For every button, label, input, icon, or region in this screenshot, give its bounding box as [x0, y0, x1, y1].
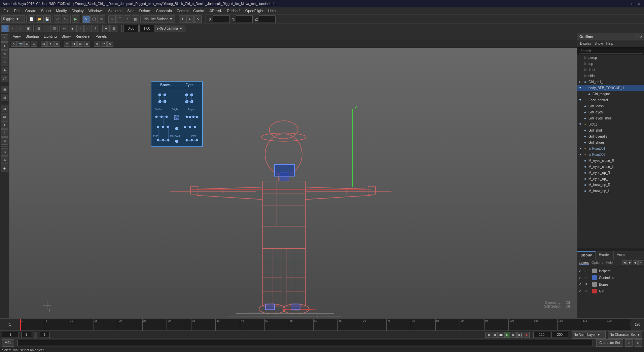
vt-texture[interactable]: ⊛ [54, 41, 60, 47]
vt-grid[interactable]: ⊞ [77, 41, 83, 47]
scale-tool-side[interactable]: ⤡ [1, 59, 8, 66]
outliner-menu-display[interactable]: Display [579, 41, 593, 46]
tab-display[interactable]: Display [577, 251, 596, 259]
vp-menu-shading[interactable]: Shading [24, 34, 41, 39]
paint-select-btn[interactable]: ✏ [98, 15, 105, 23]
play-fwd-btn[interactable]: ▶ [504, 332, 510, 338]
vt-cam[interactable]: 📷 [17, 41, 24, 47]
tree-item-m-eyes-up-r[interactable]: ◆ M_eyes_up_R [577, 170, 644, 176]
lower-tab-options[interactable]: Options [592, 261, 603, 265]
no-live-surface-btn[interactable]: No Live Surface ▼ [142, 15, 175, 23]
select-tool-btn[interactable]: ↖ [82, 15, 90, 23]
tree-item-point002[interactable]: ▼ + ⊕ Point002 [577, 151, 644, 157]
vp-menu-view[interactable]: View [11, 34, 23, 39]
y-input[interactable] [236, 15, 253, 23]
menu-control[interactable]: Control [175, 8, 190, 13]
menu-create[interactable]: Create [23, 8, 38, 13]
menu-constrain[interactable]: Constrain [154, 8, 174, 13]
tree-item-top[interactable]: 🎥 top [577, 61, 644, 67]
tree-item-girl-shoes[interactable]: ◆ Girl_shoes [577, 139, 644, 145]
vt-iso[interactable]: ⊞ [24, 41, 30, 47]
tree-item-m-brow-up-r[interactable]: ◆ M_brow_up_R [577, 182, 644, 188]
vp-menu-renderer[interactable]: Renderer [73, 34, 93, 39]
layer-fwd-btn[interactable]: ▶ [628, 260, 632, 265]
tree-item-side[interactable]: 🎥 side [577, 73, 644, 79]
vp-menu-lighting[interactable]: Lighting [42, 34, 59, 39]
viewport[interactable]: View Shading Lighting Show Renderer Pane… [9, 33, 577, 318]
helpers-p[interactable]: P [585, 269, 590, 273]
menu-select[interactable]: Select [39, 8, 53, 13]
lower-tab-help[interactable]: Help [606, 261, 613, 265]
soft-mod-tool[interactable]: ◯ [1, 75, 8, 82]
current-frame-input[interactable]: 1 [2, 332, 19, 338]
select-edge-btn[interactable]: — [17, 25, 24, 32]
goto-end-btn[interactable]: ▶| [517, 332, 523, 338]
rotate-tool-side[interactable]: ↻ [1, 50, 8, 58]
step-back-btn[interactable]: ◀ [492, 332, 498, 338]
char-set-icon1[interactable]: ◁ [625, 339, 633, 347]
lower-tab-layers[interactable]: Layers [579, 261, 589, 265]
controllers-v[interactable]: V [579, 276, 583, 279]
constraint-btn[interactable]: ⊗ [1, 156, 8, 164]
layer-add-btn[interactable]: + [638, 260, 643, 265]
tree-item-m-eyes-up-l[interactable]: ◆ M_eyes_up_L [577, 176, 644, 182]
step-fwd-btn[interactable]: ▶ [511, 332, 517, 338]
auto-key-btn[interactable]: ⏺ [524, 332, 530, 338]
save-btn[interactable]: 💾 [43, 15, 51, 23]
helpers-v[interactable]: V [579, 269, 583, 273]
menu-skin[interactable]: Skin [125, 8, 136, 13]
menu-edit[interactable]: Edit [12, 8, 23, 13]
select-tool-side[interactable]: ↖ [1, 34, 8, 42]
menu-cache[interactable]: Cache [191, 8, 206, 13]
vt-wireframe[interactable]: ⊡ [41, 41, 47, 47]
open-btn[interactable]: 📂 [36, 15, 43, 23]
outliner-close[interactable]: × [640, 35, 642, 39]
girl-v[interactable]: V [579, 289, 583, 293]
new-scene-btn[interactable]: 📄 [28, 15, 35, 23]
tree-item-m-eyes-close-r[interactable]: ◆ M_eyes_close_R [577, 157, 644, 164]
menu-modify[interactable]: Modify [54, 8, 69, 13]
redo-btn[interactable]: ↪ [62, 15, 69, 23]
menu-redshift[interactable]: Redshift [225, 8, 242, 13]
paint-btn[interactable]: ✏ [61, 25, 68, 32]
mel-input-field[interactable] [17, 340, 593, 346]
maximize-button[interactable]: □ [630, 1, 635, 6]
vt-lights[interactable]: ☀ [64, 41, 70, 47]
frame-step-input[interactable]: 1 [21, 332, 31, 338]
select-face-btn[interactable]: ▣ [25, 25, 32, 32]
value-field2[interactable]: 1.00 [139, 25, 154, 32]
snap-point-btn[interactable]: × [124, 15, 131, 23]
joints-btn[interactable]: ● [1, 121, 8, 129]
snap-surface-btn[interactable]: ▦ [132, 15, 139, 23]
undo-btn[interactable]: ↩ [54, 15, 61, 23]
outliner-hscroll[interactable] [577, 248, 644, 251]
select-obj-btn[interactable]: ↖ [1, 25, 9, 32]
vt-bookmark[interactable]: ⊕ [107, 41, 113, 47]
snap-curve-btn[interactable]: ⌒ [116, 15, 123, 23]
tree-item-girl-shirt[interactable]: ◆ Girl_shirt [577, 127, 644, 133]
menu-openflight[interactable]: OpenFlight [243, 8, 265, 13]
layer-back-btn[interactable]: ◀ [622, 260, 627, 265]
frame-sub-input[interactable]: 1 [40, 332, 50, 338]
char-set-selector[interactable]: No Character Set ▼ [608, 331, 642, 339]
menu-3dtoa[interactable]: -3DtoAl- [207, 8, 224, 13]
tree-item-m-brow-up-l[interactable]: ◆ M_brow_up_L [577, 188, 644, 194]
wireframe-btn[interactable]: ⊟ [35, 25, 42, 32]
outliner-minimize[interactable]: − [633, 35, 635, 39]
tree-item-girl-tongue[interactable]: ◆ Girl_tongue [577, 91, 644, 97]
tree-item-body-bfb[interactable]: ▼ + body_BFB_TONGUE_1 [577, 85, 644, 91]
vt-shadows[interactable]: ◑ [71, 41, 77, 47]
play-back-btn[interactable]: ◀▶ [498, 332, 504, 338]
minus-btn[interactable]: ⊟ [110, 25, 117, 32]
vt-select[interactable]: ↖ [11, 41, 17, 47]
anim-layer-selector[interactable]: No Anim Layer ▼ [572, 331, 606, 339]
vt-undo-cam[interactable]: ↩ [101, 41, 107, 47]
bones-p[interactable]: P [585, 283, 590, 286]
outliner-menu-show[interactable]: Show [593, 41, 604, 46]
tree-item-girl-eyes-shell[interactable]: ◆ Girl_eyes_shell [577, 115, 644, 121]
tree-item-m-eyes-close-l[interactable]: ◆ M_eyes_close_L [577, 164, 644, 170]
menu-help[interactable]: Help [266, 8, 278, 13]
face-control-panel[interactable]: Brows Eyes [151, 81, 203, 147]
frame-marker[interactable]: □ [34, 332, 37, 338]
tree-item-girl-nd1[interactable]: ▶ ◆ Girl_nd1_1 [577, 79, 644, 85]
